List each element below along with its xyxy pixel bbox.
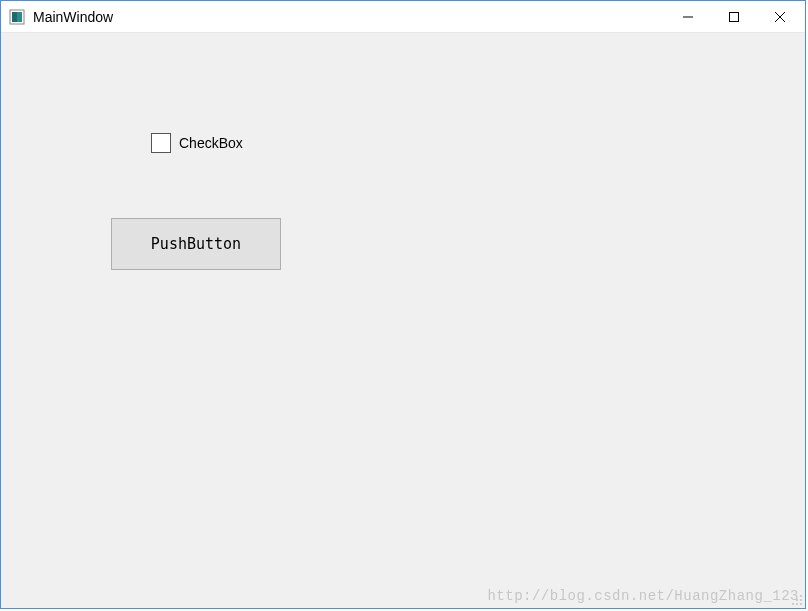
checkbox[interactable]: CheckBox (151, 133, 243, 153)
resize-grip-icon[interactable] (791, 594, 803, 606)
checkbox-label: CheckBox (179, 135, 243, 151)
checkbox-box-icon (151, 133, 171, 153)
push-button[interactable]: PushButton (111, 218, 281, 270)
client-area: CheckBox PushButton http://blog.csdn.net… (1, 33, 805, 608)
svg-point-9 (800, 599, 802, 601)
close-button[interactable] (757, 2, 803, 32)
main-window: MainWindow CheckBox PushButton http://bl… (0, 0, 806, 609)
push-button-label: PushButton (151, 235, 241, 253)
svg-point-11 (796, 603, 798, 605)
minimize-button[interactable] (665, 2, 711, 32)
window-controls (665, 1, 803, 32)
titlebar[interactable]: MainWindow (1, 1, 805, 33)
svg-rect-4 (730, 12, 739, 21)
app-icon (9, 9, 25, 25)
svg-point-10 (792, 603, 794, 605)
watermark-text: http://blog.csdn.net/HuangZhang_123 (487, 588, 799, 604)
svg-point-7 (800, 595, 802, 597)
svg-rect-2 (12, 12, 17, 22)
svg-point-12 (800, 603, 802, 605)
window-title: MainWindow (33, 9, 113, 25)
maximize-button[interactable] (711, 2, 757, 32)
svg-point-8 (796, 599, 798, 601)
